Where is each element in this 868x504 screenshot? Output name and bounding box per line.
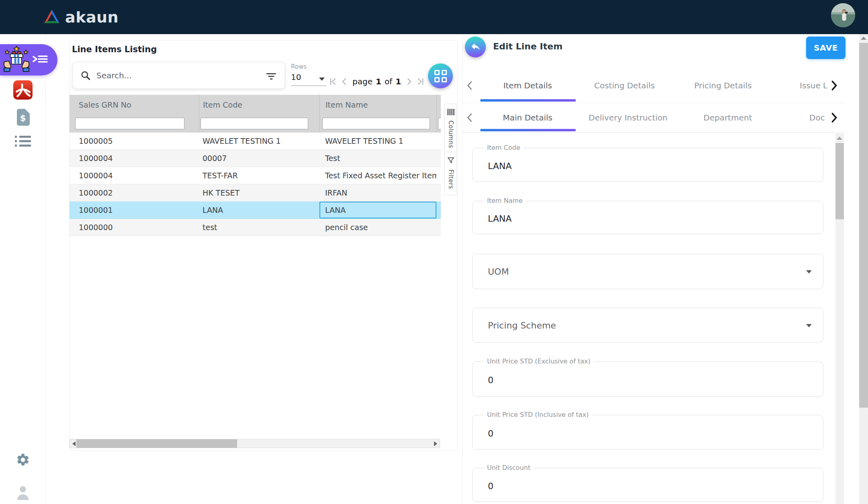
last-page-button[interactable] [416, 77, 424, 86]
back-button[interactable] [465, 37, 486, 57]
table-cell[interactable]: HK TESET [199, 184, 319, 201]
field-unit-price-std-inclusive-of-tax[interactable]: Unit Price STD (Inclusive of tax)0 [472, 415, 823, 450]
akaun-triangle-logo-icon [43, 9, 60, 26]
search-placeholder: Search... [96, 71, 132, 80]
filter-list-icon[interactable] [266, 71, 276, 80]
subtab-department[interactable]: Department [703, 103, 752, 132]
field-unit-price-std-exclusive-of-tax[interactable]: Unit Price STD (Exclusive of tax)0 [472, 361, 823, 397]
bigledger-app-icon [13, 80, 33, 101]
table-cell[interactable]: 1000002 [70, 184, 199, 201]
scroll-left-arrow-icon[interactable] [72, 441, 76, 446]
select-label: UOM [488, 267, 509, 277]
tab-issue-li[interactable]: Issue Li [800, 68, 827, 103]
table-cell[interactable]: LANA [199, 202, 319, 218]
table-cell[interactable] [436, 167, 441, 184]
sidebar-item-settings[interactable] [0, 453, 45, 469]
panel-scrollbar-thumb[interactable] [835, 143, 844, 219]
field-item-code[interactable]: Item CodeLANA [472, 148, 823, 182]
table-row-2[interactable]: 1000004TEST-FARTest Fixed Asset Register… [70, 167, 441, 184]
page-scroll-up-arrow-icon[interactable] [861, 37, 866, 40]
table-cell[interactable]: 1000004 [70, 167, 199, 184]
horizontal-scrollbar[interactable] [70, 439, 440, 448]
panel-scrollbar[interactable] [835, 133, 844, 504]
sidebar-item-account[interactable] [0, 485, 45, 502]
chevron-down-icon [319, 78, 325, 81]
table-cell[interactable]: 1000000 [70, 219, 199, 236]
table-cell[interactable]: TEST-FAR [199, 167, 319, 184]
account-person-icon [16, 485, 30, 502]
subtab-delivery-instruction[interactable]: Delivery Instruction [589, 103, 667, 132]
table-cell[interactable]: Test [319, 150, 436, 167]
subtab-doc[interactable]: Doc [809, 103, 825, 132]
table-cell[interactable]: WAVELET TESTING 1 [199, 133, 319, 149]
table-cell[interactable] [436, 219, 441, 236]
grid-view-button[interactable] [428, 63, 453, 88]
field-unit-discount[interactable]: Unit Discount0 [472, 468, 823, 502]
table-cell[interactable]: 1000004 [70, 150, 199, 167]
search-input[interactable]: Search... [73, 62, 285, 89]
table-cell[interactable] [436, 202, 441, 218]
filters-side-tab[interactable]: Filters [444, 152, 457, 195]
filter-cell [70, 115, 199, 132]
table-cell[interactable]: 00007 [199, 150, 319, 167]
table-cell[interactable]: pencil case [319, 219, 436, 236]
page-scrollbar-thumb[interactable] [859, 43, 868, 408]
table-row-1[interactable]: 100000400007Test [70, 150, 441, 167]
prev-page-button[interactable] [341, 77, 347, 86]
next-page-button[interactable] [406, 77, 413, 86]
table-row-4[interactable]: 1000001LANALANA [70, 202, 441, 219]
selected-table-cell[interactable]: LANA [319, 202, 436, 218]
scroll-right-arrow-icon[interactable] [434, 441, 437, 446]
sidebar-item-active-module[interactable] [0, 44, 57, 75]
table-cell[interactable]: test [199, 219, 319, 236]
tabs-scroll-right-icon[interactable] [831, 80, 837, 91]
sidebar-item-listing[interactable] [0, 135, 45, 150]
table-cell[interactable] [436, 133, 441, 149]
table-cell[interactable]: WAVELET TESTING 1 [319, 133, 436, 149]
tab-pricing-details[interactable]: Pricing Details [694, 68, 751, 103]
first-page-button[interactable] [329, 77, 337, 86]
column-filter-input-1[interactable] [201, 118, 308, 129]
table-row-5[interactable]: 1000000testpencil case [70, 219, 441, 236]
table-cell[interactable] [436, 184, 441, 201]
column-header-extra [436, 95, 441, 115]
subtab-main-details[interactable]: Main Details [503, 103, 552, 132]
column-filter-input-0[interactable] [75, 118, 184, 129]
table-cell[interactable]: 1000001 [70, 202, 199, 218]
sidebar-item-bigledger-app[interactable] [0, 80, 45, 101]
column-header-sales-grn-no[interactable]: Sales GRN No [70, 95, 199, 115]
table-cell[interactable]: Test Fixed Asset Register Item C... [319, 167, 436, 184]
tab-costing-details[interactable]: Costing Details [594, 68, 655, 103]
scroll-up-arrow-icon[interactable] [837, 137, 842, 140]
table-cell[interactable] [436, 150, 441, 167]
column-header-item-name[interactable]: Item Name [319, 95, 436, 115]
rows-per-page-select[interactable]: Rows 10 [291, 63, 326, 86]
active-subtab-underline [480, 129, 576, 131]
brand-logo[interactable]: akaun [43, 0, 119, 34]
user-avatar[interactable] [831, 3, 855, 27]
select-label: Pricing Scheme [488, 320, 556, 330]
page-title: Line Items Listing [72, 45, 157, 54]
field-uom[interactable]: UOM [472, 254, 823, 289]
field-value: 0 [488, 481, 493, 491]
filter-cell [436, 115, 441, 132]
table-cell[interactable]: 1000005 [70, 133, 199, 149]
page-scrollbar[interactable] [859, 34, 868, 504]
table-cell[interactable]: IRFAN [319, 184, 436, 201]
subtabs-scroll-right-icon[interactable] [831, 112, 837, 123]
sidebar-item-billing[interactable]: $ [0, 108, 45, 128]
save-button[interactable]: SAVE [806, 37, 845, 59]
horizontal-scrollbar-thumb[interactable] [76, 439, 237, 448]
columns-side-tab[interactable]: Columns [444, 104, 457, 152]
tab-item-details[interactable]: Item Details [503, 68, 552, 103]
table-row-0[interactable]: 1000005WAVELET TESTING 1WAVELET TESTING … [70, 133, 441, 150]
column-filter-input-2[interactable] [322, 118, 430, 129]
field-item-name[interactable]: Item NameLANA [472, 201, 823, 234]
table-row-3[interactable]: 1000002HK TESETIRFAN [70, 184, 441, 202]
column-header-item-code[interactable]: Item Code [199, 95, 319, 115]
sub-tabs-row: Main DetailsDelivery InstructionDepartme… [463, 103, 845, 133]
rows-label: Rows [291, 63, 326, 70]
field-pricing-scheme[interactable]: Pricing Scheme [472, 308, 823, 343]
column-filter-input-3[interactable] [438, 118, 441, 129]
active-tab-underline [480, 99, 576, 102]
